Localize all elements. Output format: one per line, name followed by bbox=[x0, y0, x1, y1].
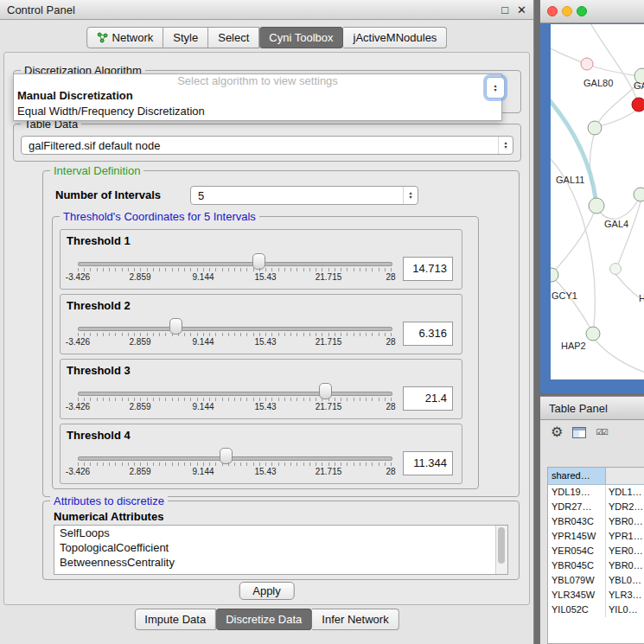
list-item[interactable]: BetweennessCentrality bbox=[54, 555, 507, 570]
tab-cyni-toolbox[interactable]: Cyni Toolbox bbox=[259, 27, 343, 48]
table-data-combo[interactable]: galFiltered.sif default node ▴ ▾ bbox=[21, 136, 513, 155]
slider-ticks bbox=[78, 398, 392, 401]
tab-discretize-data[interactable]: Discretize Data bbox=[216, 609, 312, 630]
slider-track[interactable] bbox=[78, 262, 392, 266]
select-columns-icon[interactable]: ☑☑ bbox=[596, 428, 606, 437]
close-traffic-light[interactable] bbox=[547, 6, 558, 16]
control-panel-window: Control Panel □ ✕ Network Style Select C… bbox=[0, 0, 534, 644]
algorithm-combo-stepper[interactable]: ▴ ▾ bbox=[486, 77, 505, 99]
threshold-1-box: Threshold 1 -3.426 2.859 9.144 15.43 21.… bbox=[60, 229, 462, 290]
tick-label: -3.426 bbox=[66, 272, 90, 282]
threshold-label: Threshold 3 bbox=[67, 364, 131, 377]
node-label: GAL4 bbox=[604, 219, 628, 229]
scrollbar-thumb[interactable] bbox=[498, 527, 505, 564]
tick-label: 9.144 bbox=[192, 272, 214, 282]
threshold-label: Threshold 1 bbox=[67, 234, 131, 247]
cell: YBR043C bbox=[548, 514, 606, 529]
threshold-value-field[interactable]: 11.344 bbox=[403, 451, 453, 475]
arrow-down-icon: ▾ bbox=[504, 145, 507, 150]
tick-label: 9.144 bbox=[192, 402, 214, 411]
algorithm-option-manual[interactable]: Manual Discretization bbox=[14, 88, 501, 104]
threshold-3-box: Threshold 3 -3.426 2.859 9.144 15.43 21.… bbox=[60, 359, 462, 419]
tab-network[interactable]: Network bbox=[86, 27, 164, 48]
cell: YPR1… bbox=[606, 529, 644, 544]
algorithm-combo-placeholder[interactable]: Select algorithm to view settings bbox=[14, 74, 501, 88]
table-row[interactable]: YIL052C YIL0… bbox=[548, 603, 644, 617]
tab-label: Impute Data bbox=[144, 613, 206, 626]
gear-icon[interactable]: ⚙ bbox=[551, 425, 563, 439]
network-node[interactable] bbox=[551, 268, 558, 282]
threshold-2-box: Threshold 2 -3.426 2.859 9.144 15.43 21.… bbox=[60, 294, 462, 354]
network-view-window: GAL80 GA GAL11 GAL4 GCY1 HAP2 H bbox=[540, 0, 644, 393]
tab-label: Cyni Toolbox bbox=[269, 31, 333, 44]
selected-red-node[interactable] bbox=[632, 98, 644, 112]
zoom-traffic-light[interactable] bbox=[577, 6, 587, 16]
network-node[interactable] bbox=[589, 198, 604, 214]
slider-track[interactable] bbox=[78, 392, 392, 396]
combo-stepper-icon: ▴ ▾ bbox=[403, 187, 418, 204]
table-row[interactable]: YDR27… YDR2… bbox=[548, 500, 644, 514]
table-row[interactable]: YLR345W YLR3… bbox=[548, 588, 644, 603]
slider-ticks bbox=[78, 268, 392, 271]
threshold-value-field[interactable]: 6.316 bbox=[403, 322, 453, 346]
table-header-row: shared… bbox=[548, 468, 644, 485]
table-data-group: Table Data galFiltered.sif default node … bbox=[13, 124, 521, 162]
list-item[interactable]: SelfLoops bbox=[54, 526, 507, 540]
tick-label: 28 bbox=[386, 337, 395, 347]
tick-label: -3.426 bbox=[66, 402, 90, 411]
table-row[interactable]: YBR045C YBR0… bbox=[548, 558, 644, 573]
cell: YDR27… bbox=[548, 500, 606, 514]
network-node[interactable] bbox=[610, 264, 622, 275]
table-row[interactable]: YBR043C YBR0… bbox=[548, 514, 644, 529]
number-of-intervals-label: Number of Intervals bbox=[55, 188, 161, 201]
minimize-traffic-light[interactable] bbox=[562, 6, 572, 16]
slider-track[interactable] bbox=[78, 456, 392, 461]
tab-label: Network bbox=[112, 31, 154, 44]
column-header-2[interactable] bbox=[606, 468, 644, 484]
tick-label: 15.43 bbox=[254, 467, 276, 476]
threshold-value-field[interactable]: 21.4 bbox=[403, 386, 453, 411]
tick-label: 28 bbox=[386, 272, 395, 282]
group-title: Attributes to discretize bbox=[50, 494, 168, 507]
slider-ticks bbox=[78, 462, 392, 466]
apply-button[interactable]: Apply bbox=[239, 582, 295, 600]
close-icon[interactable]: ✕ bbox=[517, 3, 526, 16]
cell: YPR145W bbox=[548, 529, 606, 544]
threshold-4-box: Threshold 4 -3.426 2.859 9.144 15.43 21.… bbox=[60, 424, 462, 484]
thresholds-group: Threshold's Coordinates for 5 Intervals … bbox=[52, 216, 479, 489]
group-title: Interval Definition bbox=[50, 164, 143, 177]
threshold-value-field[interactable]: 14.713 bbox=[403, 257, 453, 281]
algorithm-option-equal-width[interactable]: Equal Width/Frequency Discretization bbox=[14, 104, 501, 119]
table-row[interactable]: YER054C YER0… bbox=[548, 544, 644, 558]
tab-label: Select bbox=[218, 31, 249, 44]
tab-impute-data[interactable]: Impute Data bbox=[134, 609, 216, 630]
cell: YBL079W bbox=[548, 573, 606, 588]
tab-infer-network[interactable]: Infer Network bbox=[312, 609, 399, 630]
list-item[interactable]: TopologicalCoefficient bbox=[54, 540, 507, 555]
number-of-intervals-combo[interactable]: 5 ▴ ▾ bbox=[190, 186, 418, 205]
network-node[interactable] bbox=[581, 58, 593, 70]
tick-label: 15.43 bbox=[254, 272, 276, 282]
network-node[interactable] bbox=[588, 121, 602, 135]
table-row[interactable]: YBL079W YBL0… bbox=[548, 573, 644, 588]
network-node[interactable] bbox=[634, 188, 644, 201]
slider-track[interactable] bbox=[78, 327, 392, 331]
network-node[interactable] bbox=[586, 327, 600, 341]
tick-label: 2.859 bbox=[129, 467, 150, 476]
show-columns-icon[interactable] bbox=[572, 427, 586, 438]
float-window-icon[interactable]: □ bbox=[501, 3, 508, 16]
slider-ticks bbox=[78, 333, 392, 336]
table-row[interactable]: YPR145W YPR1… bbox=[548, 529, 644, 544]
list-scrollbar[interactable] bbox=[495, 526, 507, 574]
tab-select[interactable]: Select bbox=[208, 27, 259, 48]
cell: YDL19… bbox=[548, 485, 606, 500]
threshold-label: Threshold 2 bbox=[67, 299, 131, 312]
tick-label: 2.859 bbox=[129, 402, 150, 411]
network-canvas[interactable]: GAL80 GA GAL11 GAL4 GCY1 HAP2 H bbox=[551, 24, 644, 379]
network-window-titlebar bbox=[540, 0, 644, 23]
tab-style[interactable]: Style bbox=[163, 27, 208, 48]
column-header-shared-name[interactable]: shared… bbox=[548, 468, 606, 484]
table-row[interactable]: YDL19… YDL1… bbox=[548, 485, 644, 500]
table-panel: Table Panel ⚙ ☑☑ shared… YDL19… YDL1… YD… bbox=[540, 396, 644, 644]
tab-jactivemnodules[interactable]: jActiveMNodules bbox=[344, 27, 448, 48]
